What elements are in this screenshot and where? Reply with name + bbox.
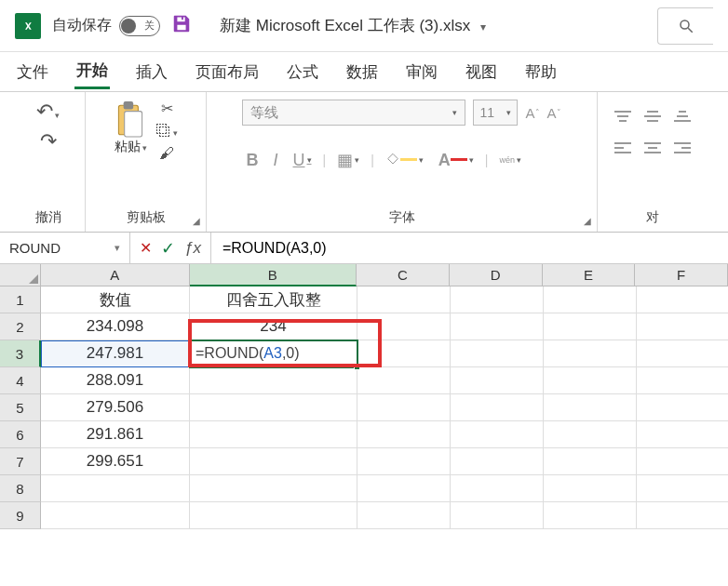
cell-B7[interactable] xyxy=(190,448,357,475)
row-header-6[interactable]: 6 xyxy=(0,421,41,448)
increase-font-icon[interactable]: A˄ xyxy=(525,105,539,121)
cell-B6[interactable] xyxy=(190,421,357,448)
fill-color-button[interactable]: ▾ xyxy=(382,151,427,169)
font-family-select[interactable]: 等线▾ xyxy=(242,100,465,126)
cell-D5[interactable] xyxy=(451,394,544,421)
cell-F3[interactable] xyxy=(637,340,728,367)
phonetic-button[interactable]: wén▾ xyxy=(495,153,525,166)
underline-button[interactable]: U▾ xyxy=(290,149,316,172)
cell-E4[interactable] xyxy=(544,367,637,394)
cell-F4[interactable] xyxy=(637,367,728,394)
file-title[interactable]: 新建 Microsoft Excel 工作表 (3).xlsx ▾ xyxy=(220,15,486,36)
tab-file[interactable]: 文件 xyxy=(15,56,50,88)
cell-E8[interactable] xyxy=(544,475,637,502)
align-middle-icon[interactable] xyxy=(642,105,663,127)
cell-D4[interactable] xyxy=(451,367,544,394)
name-box[interactable]: ROUND ▾ xyxy=(0,233,130,263)
tab-review[interactable]: 审阅 xyxy=(404,56,439,88)
decrease-font-icon[interactable]: A˅ xyxy=(547,105,561,121)
column-header-F[interactable]: F xyxy=(635,264,728,286)
cell-F8[interactable] xyxy=(637,475,728,502)
cell-F6[interactable] xyxy=(637,421,728,448)
align-center-icon[interactable] xyxy=(642,137,663,159)
cell-E5[interactable] xyxy=(544,394,637,421)
tab-insert[interactable]: 插入 xyxy=(134,56,169,88)
font-size-select[interactable]: 11▾ xyxy=(473,100,518,126)
cell-C7[interactable] xyxy=(357,448,451,475)
tab-formulas[interactable]: 公式 xyxy=(285,56,320,88)
cell-B4[interactable] xyxy=(190,367,357,394)
search-button[interactable] xyxy=(657,7,713,45)
cell-D2[interactable] xyxy=(451,313,544,340)
autosave-toggle[interactable]: 自动保存 关 xyxy=(52,16,160,36)
cell-D8[interactable] xyxy=(451,475,544,502)
cell-C3[interactable] xyxy=(357,340,451,367)
accept-edit-icon[interactable]: ✓ xyxy=(161,238,175,259)
cell-D7[interactable] xyxy=(451,448,544,475)
copy-icon[interactable]: ⿻▾ xyxy=(156,123,178,140)
cell-C5[interactable] xyxy=(357,394,451,421)
tab-view[interactable]: 视图 xyxy=(464,56,499,88)
row-header-9[interactable]: 9 xyxy=(0,502,41,529)
row-header-7[interactable]: 7 xyxy=(0,448,41,475)
redo-icon[interactable]: ↷ xyxy=(40,129,57,153)
align-left-icon[interactable] xyxy=(613,137,633,159)
row-header-3[interactable]: 3 xyxy=(0,340,41,367)
spreadsheet-grid[interactable]: ABCDEF 123456789 数值四舍五入取整234.098234247.9… xyxy=(0,264,728,586)
cell-C4[interactable] xyxy=(357,367,451,394)
cell-B8[interactable] xyxy=(190,475,357,502)
cell-F2[interactable] xyxy=(637,313,728,340)
cell-D9[interactable] xyxy=(451,502,544,529)
column-header-A[interactable]: A xyxy=(41,264,190,286)
clipboard-launcher-icon[interactable]: ◢ xyxy=(193,216,200,226)
cell-A9[interactable] xyxy=(41,502,190,529)
cell-F1[interactable] xyxy=(637,286,728,313)
cell-D1[interactable] xyxy=(451,286,544,313)
cell-B2[interactable]: 234 xyxy=(190,313,357,340)
cell-E3[interactable] xyxy=(544,340,637,367)
font-color-button[interactable]: A▾ xyxy=(435,149,478,172)
row-header-1[interactable]: 1 xyxy=(0,286,41,313)
paste-button[interactable]: 粘贴▾ xyxy=(115,100,147,155)
cell-B9[interactable] xyxy=(190,502,357,529)
cell-A7[interactable]: 299.651 xyxy=(41,448,190,475)
align-top-icon[interactable] xyxy=(613,105,633,127)
cell-C2[interactable] xyxy=(357,313,451,340)
column-header-B[interactable]: B xyxy=(190,264,357,286)
row-header-2[interactable]: 2 xyxy=(0,313,41,340)
italic-button[interactable]: I xyxy=(269,149,281,172)
align-right-icon[interactable] xyxy=(672,137,693,159)
select-all-corner[interactable] xyxy=(0,264,41,286)
column-header-D[interactable]: D xyxy=(450,264,543,286)
cell-A1[interactable]: 数值 xyxy=(41,286,190,313)
cell-A5[interactable]: 279.506 xyxy=(41,394,190,421)
cell-A8[interactable] xyxy=(41,475,190,502)
autosave-switch[interactable]: 关 xyxy=(119,16,160,36)
cell-A3[interactable]: 247.981 xyxy=(41,340,190,367)
cell-C1[interactable] xyxy=(357,286,451,313)
cell-D3[interactable] xyxy=(451,340,544,367)
fx-icon[interactable]: ƒx xyxy=(184,239,201,258)
cell-A6[interactable]: 291.861 xyxy=(41,421,190,448)
cell-E2[interactable] xyxy=(544,313,637,340)
save-icon[interactable] xyxy=(171,13,192,39)
cut-icon[interactable]: ✂ xyxy=(161,100,173,117)
bold-button[interactable]: B xyxy=(242,149,262,172)
tab-home[interactable]: 开始 xyxy=(74,54,110,89)
row-header-4[interactable]: 4 xyxy=(0,367,41,394)
cell-C8[interactable] xyxy=(357,475,451,502)
fill-handle[interactable] xyxy=(354,364,360,370)
cell-F7[interactable] xyxy=(637,448,728,475)
tab-data[interactable]: 数据 xyxy=(344,56,380,88)
column-header-E[interactable]: E xyxy=(543,264,636,286)
cell-C9[interactable] xyxy=(357,502,451,529)
undo-icon[interactable]: ↶▾ xyxy=(36,100,60,124)
cell-C6[interactable] xyxy=(357,421,451,448)
row-header-5[interactable]: 5 xyxy=(0,394,41,421)
cell-B3[interactable]: =ROUND(A3,0) xyxy=(190,340,357,367)
cell-A2[interactable]: 234.098 xyxy=(41,313,190,340)
align-bottom-icon[interactable] xyxy=(672,105,693,127)
tab-help[interactable]: 帮助 xyxy=(523,56,559,88)
cell-F5[interactable] xyxy=(637,394,728,421)
format-painter-icon[interactable]: 🖌 xyxy=(159,145,174,162)
